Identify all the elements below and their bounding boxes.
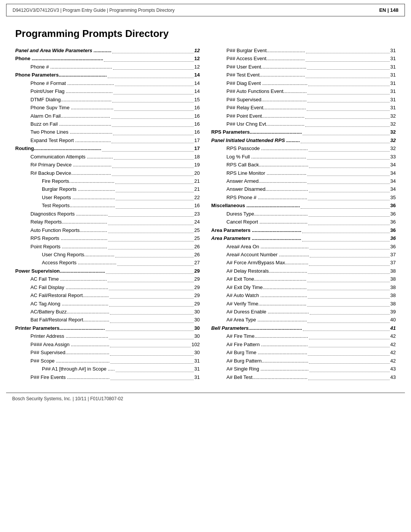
toc-entry: P## Fire Events ........................… [23,373,200,381]
toc-fill [110,298,194,299]
toc-fill [109,306,194,307]
toc-entry: AC Tag Along ...........................… [23,300,200,308]
toc-entry: User Reports ...........................… [29,193,200,201]
toc-label: AC Fail Display ........................… [30,283,108,291]
toc-fill [108,241,193,241]
header-right: EN | 148 [379,7,398,13]
toc-fill [303,135,389,135]
toc-entry: Area# Account Number ...................… [219,251,396,259]
toc-page: 37 [390,259,396,267]
toc-label: A# Area Type ...........................… [226,316,307,324]
toc-entry: A# Force Arm/Bypass Max.................… [219,259,396,267]
toc-fill [113,69,194,70]
toc-page: 41 [390,324,396,332]
toc-fill [307,184,390,184]
toc-label: P### Area Assign .......................… [30,340,109,348]
toc-label: Area Parameters ........................… [211,226,301,234]
toc-label: Auto Function Reports...................… [30,226,107,234]
toc-page: 18 [194,153,200,161]
toc-label: RPS Passcode ...........................… [226,144,308,152]
toc-entry: Auto Function Reports...................… [23,226,200,234]
toc-page: 29 [194,283,200,291]
toc-entry: A# Delay Restorals......................… [219,267,396,275]
toc-entry: Test Reports............................… [29,201,200,209]
toc-entry: Burglar Reports ........................… [29,185,200,193]
toc-label: Panel Initiated Unattended RPS .........… [211,136,300,144]
toc-fill [110,347,191,347]
toc-entry: Diagnostics Reports ....................… [23,210,200,218]
toc-label: P## Point Event.........................… [226,112,304,120]
toc-entry: Answer Disarmed.........................… [219,185,396,193]
toc-page: 32 [390,112,396,120]
toc-label: Bat Fail/Restoral Report................… [30,316,109,324]
toc-label: RPS Call Back...........................… [226,161,308,169]
toc-page: 12 [194,46,200,54]
toc-label: Panel and Area Wide Parameters .........… [15,46,112,54]
toc-entry: A# Area Type ...........................… [219,316,396,324]
toc-page: 26 [194,243,200,251]
toc-entry: Communication Attempts .................… [23,153,200,161]
toc-entry: P## Test Event..........................… [219,71,396,79]
toc-label: A# Duress Enable .......................… [226,308,309,316]
toc-fill [110,314,193,315]
toc-fill [308,225,389,225]
toc-entry: Area Parameters ........................… [211,234,396,242]
toc-entry: User Chng Reports......................2… [29,251,200,259]
toc-entry: A# Auto Watch ..........................… [219,291,396,299]
toc-label: Buzz on Fail ...........................… [30,120,111,128]
toc-page: 31 [390,79,396,87]
toc-entry: P## Supervised..........................… [23,348,200,356]
toc-entry: A# Duress Enable .......................… [219,308,396,316]
toc-label: A# Delay Restorals......................… [226,267,307,275]
toc-page: 29 [194,291,200,299]
toc-entry: RPS Phone # ............................… [219,193,396,201]
toc-page: 31 [390,54,396,62]
toc-fill [307,159,390,160]
toc-entry: P## Supervised..........................… [219,96,396,104]
toc-fill [301,143,389,143]
toc-fill [112,126,193,127]
toc-page: 38 [390,300,396,308]
toc-fill [308,86,389,86]
toc-page: 40 [390,316,396,324]
toc-label: P## Auto Functions Event................… [226,87,307,95]
toc-label: A# Bell Test............................… [226,373,307,381]
toc-label: Bell Parameters.........................… [211,324,302,332]
toc-page: 36 [390,201,396,209]
toc-fill [112,53,194,53]
toc-page: 102 [191,340,200,348]
toc-fill [310,314,390,315]
toc-label: A# Burg Pattern.........................… [226,357,308,365]
toc-entry: A# Bell Test............................… [219,373,396,381]
toc-entry: RPS Reports ............................… [23,234,200,242]
toc-page: 38 [390,275,396,283]
toc-fill [307,282,390,282]
toc-label: DTMF Dialing............................… [30,96,112,104]
toc-label: Answer Armed............................… [226,177,307,185]
toc-page: 30 [194,332,200,340]
toc-entry: P## Auto Functions Event................… [219,87,396,95]
toc-page: 42 [390,332,396,340]
toc-page: 31 [390,104,396,112]
toc-entry: P### Area Assign .......................… [23,340,200,348]
toc-entry: P## Point Event.........................… [219,112,396,120]
toc-entry: Cancel Report ..........................… [219,218,396,226]
toc-label: P## Test Event..........................… [226,71,305,79]
toc-label: A# Burg Time ...........................… [226,348,307,356]
toc-fill [108,225,194,225]
toc-entry: P## Access Event........................… [219,54,396,62]
toc-entry: Area Parameters ........................… [211,226,396,234]
toc-fill [116,372,194,372]
toc-fill [111,118,194,119]
toc-page: 32 [390,144,396,152]
toc-fill [109,339,193,339]
toc-label: Area# Account Number ...................… [226,251,309,259]
toc-label: AC Tag Along ...........................… [30,300,108,308]
toc-fill [116,192,193,192]
toc-fill [112,168,193,168]
toc-label: RPS Phone # ............................… [226,193,307,201]
toc-entry: Panel and Area Wide Parameters .........… [15,46,200,54]
toc-page: 31 [390,46,396,54]
toc-label: A# Exit Tone............................… [226,275,306,283]
toc-fill [307,306,389,307]
